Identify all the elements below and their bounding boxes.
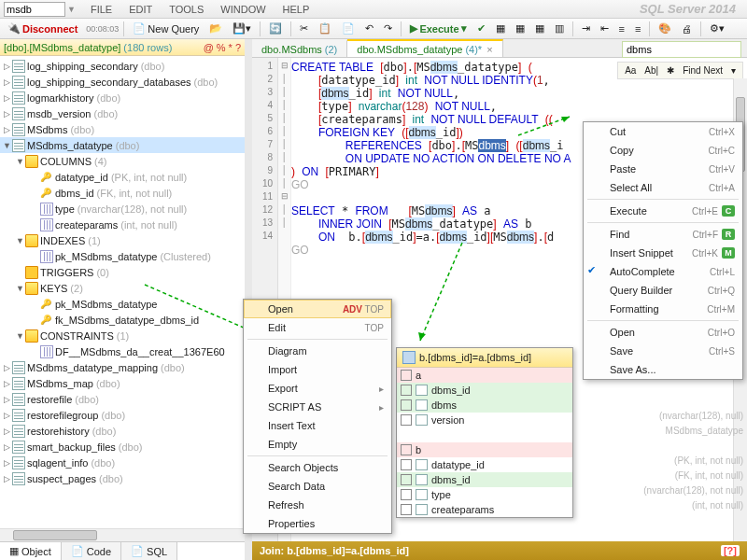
check-icon[interactable]: ✔ <box>473 21 489 35</box>
menu-save[interactable]: SaveCtrl+S <box>584 342 742 360</box>
save-icon[interactable]: 💾▾ <box>229 21 255 35</box>
tree-item[interactable]: type(nvarchar(128), not null) <box>0 201 245 217</box>
intellisense-item[interactable]: dbms_id <box>397 472 572 487</box>
whole-word-icon[interactable]: Ab| <box>641 64 661 77</box>
tree-item[interactable]: ▼COLUMNS(4) <box>0 153 245 169</box>
menu-insert-text[interactable]: Insert Text <box>244 416 391 435</box>
regex-icon[interactable]: ✱ <box>664 64 677 77</box>
menu-help[interactable]: HELP <box>283 4 310 15</box>
tree-item[interactable]: ▷restorefile(dbo) <box>0 391 245 407</box>
checkbox[interactable] <box>401 399 412 411</box>
redo-icon[interactable]: ↷ <box>380 21 396 35</box>
menu-open[interactable]: OpenADV TOP <box>244 300 391 318</box>
checkbox[interactable] <box>401 459 412 470</box>
menu-copy[interactable]: CopyCtrl+C <box>584 141 742 160</box>
at-icon[interactable]: @ <box>204 42 214 53</box>
menu-formatting[interactable]: FormattingCtrl+M <box>584 300 742 318</box>
menu-autocomplete[interactable]: ✔AutoCompleteCtrl+L <box>584 262 742 281</box>
intellisense-item[interactable]: b <box>397 442 572 457</box>
dropdown-icon[interactable]: ▼ <box>67 5 76 14</box>
indent-icon[interactable]: ⇥ <box>578 21 594 35</box>
editor-context-menu[interactable]: CutCtrl+XCopyCtrl+CPasteCtrl+VSelect All… <box>583 121 743 380</box>
menu-script-as[interactable]: SCRIPT AS▸ <box>244 398 391 416</box>
tree-item[interactable]: ▷MSdbms(dbo) <box>0 121 245 137</box>
menu-import[interactable]: Import <box>244 360 391 379</box>
checkbox[interactable] <box>401 444 412 455</box>
menu-refresh[interactable]: Refresh <box>244 496 391 514</box>
execute-button[interactable]: ▶ Execute ▾ <box>406 21 470 35</box>
tree-item[interactable]: ▼MSdbms_datatype(dbo) <box>0 137 245 153</box>
star-icon[interactable]: * <box>229 42 233 53</box>
menu-export[interactable]: Export▸ <box>244 379 391 398</box>
tree-item[interactable]: ▷logmarkhistory(dbo) <box>0 90 245 105</box>
menu-empty[interactable]: Empty <box>244 435 391 454</box>
menu-select-all[interactable]: Select AllCtrl+A <box>584 178 742 197</box>
menu-paste[interactable]: PasteCtrl+V <box>584 160 742 178</box>
intellisense-popup[interactable]: b.[dbms_id]=a.[dbms_id] adbms_iddbmsvers… <box>396 347 573 518</box>
tree-item[interactable]: dbms_id(FK, int, not null) <box>0 185 245 201</box>
checkbox[interactable] <box>401 414 412 426</box>
intellisense-item[interactable]: createparams <box>397 502 572 517</box>
tree-item[interactable]: createparams(int, not null) <box>0 217 245 232</box>
outdent-icon[interactable]: ⇤ <box>597 21 613 35</box>
intellisense-item[interactable]: type <box>397 487 572 502</box>
tree-item[interactable]: ▼INDEXES(1) <box>0 232 245 248</box>
new-query-button[interactable]: 📄 New Query <box>129 21 203 35</box>
menu-save-as-[interactable]: Save As... <box>584 360 742 379</box>
undo-icon[interactable]: ↶ <box>361 21 377 35</box>
menu-search-data[interactable]: Search Data <box>244 477 391 496</box>
object-tree[interactable]: ▷log_shipping_secondary(dbo)▷log_shippin… <box>0 56 245 528</box>
tree-item[interactable]: fk_MSdbms_datatype_dbms_id <box>0 312 245 328</box>
menu-open[interactable]: OpenCtrl+O <box>584 323 742 342</box>
menu-edit[interactable]: EditTOP <box>244 318 391 337</box>
open-icon[interactable]: 📂 <box>205 21 226 35</box>
cut-icon[interactable]: ✂ <box>296 21 312 35</box>
menu-properties[interactable]: Properties <box>244 514 391 533</box>
tree-item[interactable]: DF__MSdbms_da__creat__1367E60 <box>0 343 245 359</box>
tree-item[interactable]: ▼KEYS(2) <box>0 280 245 296</box>
tree-item[interactable]: ▷msdb_version(dbo) <box>0 105 245 121</box>
find-next-dropdown-icon[interactable]: ▾ <box>728 64 739 77</box>
tree-item[interactable]: ▷MSdbms_datatype_mapping(dbo) <box>0 359 245 375</box>
tab-code[interactable]: 📄 Code <box>62 542 121 560</box>
h-scrollbar[interactable] <box>0 528 245 541</box>
database-combo[interactable] <box>4 2 65 17</box>
grid2-icon[interactable]: ▦ <box>512 21 529 35</box>
percent-icon[interactable]: % <box>217 42 226 53</box>
column-icon[interactable]: ▥ <box>551 21 568 35</box>
menu-cut[interactable]: CutCtrl+X <box>584 122 742 141</box>
settings-icon[interactable]: ⚙▾ <box>706 21 728 35</box>
intellisense-item[interactable]: version <box>397 413 572 427</box>
grid3-icon[interactable]: ▦ <box>531 21 548 35</box>
menu-diagram[interactable]: Diagram <box>244 342 391 360</box>
checkbox[interactable] <box>401 474 412 485</box>
help-badge[interactable]: [?] <box>721 545 740 556</box>
object-context-menu[interactable]: OpenADV TOPEditTOPDiagramImportExport▸SC… <box>243 299 392 534</box>
editor-tab-2[interactable]: dbo.MSdbms_datatype(4)* × <box>347 39 502 57</box>
menu-search-objects[interactable]: Search Objects <box>244 458 391 477</box>
menu-execute[interactable]: ExecuteCtrl+EC <box>584 202 742 220</box>
tree-item[interactable]: TRIGGERS(0) <box>0 264 245 280</box>
color-icon[interactable]: 🎨 <box>655 21 675 35</box>
help-icon[interactable]: ? <box>235 42 241 53</box>
menu-insert-snippet[interactable]: Insert SnippetCtrl+KM <box>584 244 742 262</box>
tree-item[interactable]: ▷restorehistory(dbo) <box>0 423 245 439</box>
menu-query-builder[interactable]: Query BuilderCtrl+Q <box>584 281 742 300</box>
tree-item[interactable]: ▷sqlagent_info(dbo) <box>0 455 245 470</box>
tree-item[interactable]: ▷restorefilegroup(dbo) <box>0 407 245 423</box>
grid-icon[interactable]: ▦ <box>492 21 509 35</box>
align-icon[interactable]: ≡ <box>615 22 628 35</box>
checkbox[interactable] <box>401 385 412 396</box>
checkbox[interactable] <box>401 370 412 381</box>
paste-icon[interactable]: 📄 <box>338 21 359 35</box>
intellisense-item[interactable]: datatype_id <box>397 457 572 472</box>
disconnect-button[interactable]: 🔌 Disconnect <box>4 21 81 35</box>
editor-tab-1[interactable]: dbo.MSdbms(2) <box>252 39 347 57</box>
checkbox[interactable] <box>401 504 412 515</box>
close-icon[interactable]: × <box>486 44 492 55</box>
tree-item[interactable]: datatype_id(PK, int, not null) <box>0 169 245 185</box>
tree-item[interactable]: ▼CONSTRAINTS(1) <box>0 328 245 343</box>
menu-find[interactable]: FindCtrl+FR <box>584 225 742 244</box>
copy-icon[interactable]: 📋 <box>315 21 335 35</box>
tab-object[interactable]: ▦ Object <box>0 542 62 560</box>
